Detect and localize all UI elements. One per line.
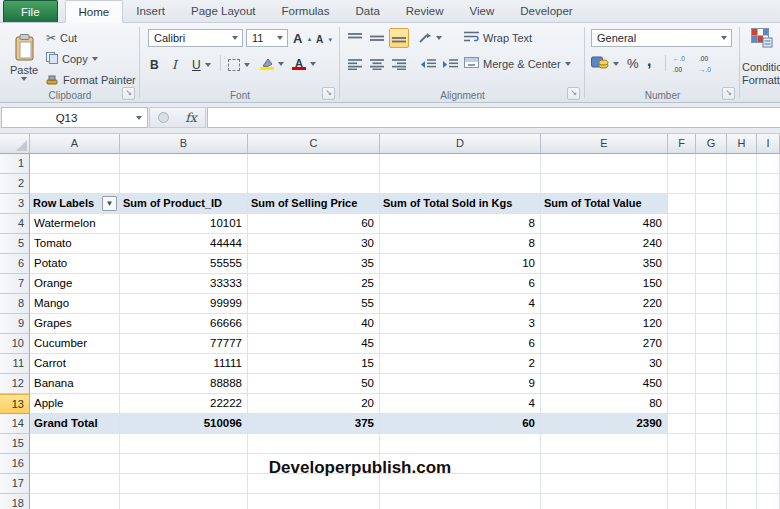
column-header-H[interactable]: H: [727, 134, 757, 154]
cell-H15[interactable]: [727, 434, 757, 454]
cell-G17[interactable]: [696, 474, 727, 494]
cell-I14[interactable]: [757, 414, 780, 434]
cell-D13[interactable]: 4: [380, 394, 541, 414]
cell-A12[interactable]: Banana: [30, 374, 120, 394]
column-header-D[interactable]: D: [380, 134, 541, 154]
cell-I3[interactable]: [757, 194, 780, 214]
cell-E10[interactable]: 270: [541, 334, 668, 354]
column-header-G[interactable]: G: [696, 134, 727, 154]
tab-data[interactable]: Data: [343, 0, 393, 22]
cell-C9[interactable]: 40: [248, 314, 380, 334]
cell-I18[interactable]: [757, 494, 780, 509]
cell-G14[interactable]: [696, 414, 727, 434]
cell-D3[interactable]: Sum of Total Sold in Kgs: [380, 194, 541, 214]
cell-E12[interactable]: 450: [541, 374, 668, 394]
tab-formulas[interactable]: Formulas: [269, 0, 343, 22]
cell-E9[interactable]: 120: [541, 314, 668, 334]
cell-E7[interactable]: 150: [541, 274, 668, 294]
font-dialog-launcher[interactable]: ↘: [322, 87, 335, 100]
cell-C11[interactable]: 15: [248, 354, 380, 374]
font-color-button[interactable]: A: [292, 54, 316, 73]
tab-home[interactable]: Home: [65, 0, 124, 23]
cell-G6[interactable]: [696, 254, 727, 274]
orientation-button[interactable]: [418, 28, 442, 47]
cell-D5[interactable]: 8: [380, 234, 541, 254]
row-header-6[interactable]: 6: [0, 254, 30, 274]
column-header-B[interactable]: B: [120, 134, 248, 154]
cell-B16[interactable]: [120, 454, 248, 474]
cell-E1[interactable]: [541, 154, 668, 174]
row-header-12[interactable]: 12: [0, 374, 30, 394]
decrease-indent-button[interactable]: [418, 54, 438, 74]
cell-I6[interactable]: [757, 254, 780, 274]
cell-A16[interactable]: [30, 454, 120, 474]
cell-B5[interactable]: 44444: [120, 234, 248, 254]
cell-C10[interactable]: 45: [248, 334, 380, 354]
cell-H8[interactable]: [727, 294, 757, 314]
cell-I15[interactable]: [757, 434, 780, 454]
row-header-7[interactable]: 7: [0, 274, 30, 294]
cell-B6[interactable]: 55555: [120, 254, 248, 274]
cell-F10[interactable]: [668, 334, 696, 354]
row-header-1[interactable]: 1: [0, 154, 30, 174]
cell-A9[interactable]: Grapes: [30, 314, 120, 334]
cell-I2[interactable]: [757, 174, 780, 194]
row-header-2[interactable]: 2: [0, 174, 30, 194]
cell-D1[interactable]: [380, 154, 541, 174]
fill-color-button[interactable]: [260, 54, 284, 73]
cell-H6[interactable]: [727, 254, 757, 274]
cell-E14[interactable]: 2390: [541, 414, 668, 434]
name-box-caret-icon[interactable]: [131, 108, 147, 127]
cell-G8[interactable]: [696, 294, 727, 314]
cell-H14[interactable]: [727, 414, 757, 434]
number-format-combo[interactable]: General: [591, 29, 732, 47]
row-header-10[interactable]: 10: [0, 334, 30, 354]
cell-D18[interactable]: [380, 494, 541, 509]
cell-G16[interactable]: [696, 454, 727, 474]
cell-E17[interactable]: [541, 474, 668, 494]
cell-D2[interactable]: [380, 174, 541, 194]
cell-B15[interactable]: [120, 434, 248, 454]
cell-D6[interactable]: 10: [380, 254, 541, 274]
font-family-combo[interactable]: Calibri: [148, 29, 243, 47]
cell-F13[interactable]: [668, 394, 696, 414]
cell-C4[interactable]: 60: [248, 214, 380, 234]
row-header-17[interactable]: 17: [0, 474, 30, 494]
tab-view[interactable]: View: [457, 0, 508, 22]
cell-H11[interactable]: [727, 354, 757, 374]
clipboard-dialog-launcher[interactable]: ↘: [122, 87, 135, 100]
cell-E18[interactable]: [541, 494, 668, 509]
accounting-format-button[interactable]: [591, 54, 619, 73]
increase-indent-button[interactable]: [440, 54, 460, 74]
cell-C14[interactable]: 375: [248, 414, 380, 434]
cell-H3[interactable]: [727, 194, 757, 214]
row-header-3[interactable]: 3: [0, 194, 30, 214]
align-right-button[interactable]: [389, 54, 409, 74]
row-labels-filter-button[interactable]: ▼: [102, 196, 117, 211]
cell-B1[interactable]: [120, 154, 248, 174]
cell-H12[interactable]: [727, 374, 757, 394]
cell-B14[interactable]: 510096: [120, 414, 248, 434]
row-header-13[interactable]: 13: [0, 394, 30, 414]
cell-B12[interactable]: 88888: [120, 374, 248, 394]
cell-A11[interactable]: Carrot: [30, 354, 120, 374]
cell-F3[interactable]: [668, 194, 696, 214]
cell-E15[interactable]: [541, 434, 668, 454]
cell-F11[interactable]: [668, 354, 696, 374]
cell-I10[interactable]: [757, 334, 780, 354]
decrease-decimal-button[interactable]: .00 →.0: [699, 55, 711, 74]
cell-F6[interactable]: [668, 254, 696, 274]
cell-F8[interactable]: [668, 294, 696, 314]
cell-F12[interactable]: [668, 374, 696, 394]
cell-G4[interactable]: [696, 214, 727, 234]
cell-C8[interactable]: 55: [248, 294, 380, 314]
cell-C3[interactable]: Sum of Selling Price: [248, 194, 380, 214]
cell-A8[interactable]: Mango: [30, 294, 120, 314]
cell-A2[interactable]: [30, 174, 120, 194]
font-size-combo[interactable]: 11: [246, 29, 288, 47]
cell-C18[interactable]: [248, 494, 380, 509]
conditional-formatting-button[interactable]: [751, 28, 773, 50]
align-left-button[interactable]: [345, 54, 365, 74]
cell-E13[interactable]: 80: [541, 394, 668, 414]
row-header-15[interactable]: 15: [0, 434, 30, 454]
